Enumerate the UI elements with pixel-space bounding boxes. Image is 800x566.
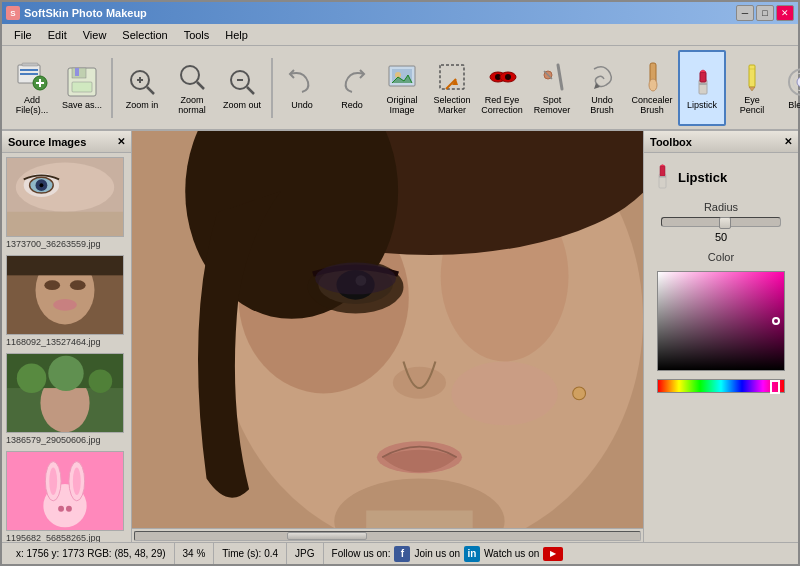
join-text: Join us on (414, 548, 460, 559)
tool-zoom-normal[interactable]: Zoom normal (168, 50, 216, 126)
tool-selection-marker[interactable]: Selection Marker (428, 50, 476, 126)
youtube-icon[interactable]: ▶ (543, 547, 563, 561)
svg-point-52 (39, 183, 43, 187)
scrollbar-track[interactable] (134, 531, 641, 541)
menu-bar: File Edit View Selection Tools Help (2, 24, 798, 46)
svg-point-59 (53, 299, 77, 311)
app-icon: S (6, 6, 20, 20)
svg-point-66 (89, 369, 113, 393)
coords-display: x: 1756 y: 1773 RGB: (85, 48, 29) (16, 548, 166, 559)
menu-selection[interactable]: Selection (114, 27, 175, 43)
facebook-icon[interactable]: f (394, 546, 410, 562)
list-item[interactable]: 1168092_13527464.jpg (6, 255, 127, 347)
horizontal-scrollbar[interactable] (132, 528, 643, 542)
thumbnail-2 (6, 255, 124, 335)
minimize-button[interactable]: ─ (736, 5, 754, 21)
color-picker-cursor[interactable] (772, 317, 780, 325)
add-files-icon (16, 61, 48, 93)
list-item[interactable]: 1195682_56858265.jpg (6, 451, 127, 542)
tool-red-eye[interactable]: Red Eye Correction (478, 50, 526, 126)
svg-point-71 (49, 467, 57, 495)
svg-line-16 (197, 82, 204, 89)
thumbnail-2-label: 1168092_13527464.jpg (6, 337, 127, 347)
tool-original-image[interactable]: Original Image (378, 50, 426, 126)
lipstick-icon (686, 66, 718, 98)
eye-pencil-icon (736, 61, 768, 93)
svg-point-91 (451, 361, 557, 425)
tool-bleach[interactable]: Bleach (778, 50, 800, 126)
svg-rect-9 (75, 68, 79, 76)
svg-rect-2 (20, 69, 38, 71)
radius-slider[interactable] (661, 217, 781, 227)
svg-point-74 (66, 506, 72, 512)
center-area (132, 131, 643, 542)
list-item[interactable]: 1386579_29050606.jpg (6, 353, 127, 445)
radius-label: Radius (704, 201, 738, 213)
tool-zoom-in[interactable]: Zoom in (118, 50, 166, 126)
source-images-close[interactable]: ✕ (117, 136, 125, 147)
tool-undo-brush[interactable]: Undo Brush (578, 50, 626, 126)
menu-file[interactable]: File (6, 27, 40, 43)
color-picker[interactable] (657, 271, 785, 371)
zoom-section: 34 % (175, 543, 215, 564)
close-button[interactable]: ✕ (776, 5, 794, 21)
svg-point-57 (44, 280, 60, 290)
tool-spot-remover[interactable]: Spot Remover (528, 50, 576, 126)
tool-zoom-out[interactable]: Zoom out (218, 50, 266, 126)
time-display: Time (s): 0.4 (222, 548, 278, 559)
radius-slider-thumb[interactable] (719, 217, 731, 229)
toolbar-separator-1 (111, 58, 113, 118)
spot-remover-icon (536, 61, 568, 93)
thumbnail-1 (6, 157, 124, 237)
menu-help[interactable]: Help (217, 27, 256, 43)
tool-lipstick[interactable]: Lipstick (678, 50, 726, 126)
tool-eye-pencil[interactable]: Eye Pencil (728, 50, 776, 126)
title-bar: S SoftSkin Photo Makeup ─ □ ✕ (2, 2, 798, 24)
concealer-brush-label: Concealer Brush (631, 95, 673, 115)
title-bar-left: S SoftSkin Photo Makeup (6, 6, 147, 20)
zoom-display: 34 % (183, 548, 206, 559)
linkedin-icon[interactable]: in (464, 546, 480, 562)
tool-undo[interactable]: Undo (278, 50, 326, 126)
toolbox-close[interactable]: ✕ (784, 136, 792, 147)
menu-view[interactable]: View (75, 27, 115, 43)
undo-brush-icon (586, 61, 618, 93)
undo-icon (286, 66, 318, 98)
radius-value: 50 (715, 231, 727, 243)
image-canvas[interactable] (132, 131, 643, 528)
bleach-icon (786, 66, 800, 98)
tool-save-as[interactable]: Save as... (58, 50, 106, 126)
tool-redo[interactable]: Redo (328, 50, 376, 126)
add-files-label: Add File(s)... (11, 95, 53, 115)
red-eye-label: Red Eye Correction (481, 95, 523, 115)
svg-rect-37 (699, 83, 707, 85)
save-as-label: Save as... (62, 100, 102, 110)
redo-icon (336, 66, 368, 98)
original-image-label: Original Image (381, 95, 423, 115)
scrollbar-thumb[interactable] (287, 532, 367, 540)
svg-point-29 (505, 74, 511, 80)
format-section: JPG (287, 543, 323, 564)
svg-point-65 (48, 356, 83, 391)
selection-marker-icon (436, 61, 468, 93)
lipstick-label: Lipstick (687, 100, 717, 110)
hue-bar[interactable] (657, 379, 785, 393)
list-item[interactable]: 1373700_36263559.jpg (6, 157, 127, 249)
tool-add-files[interactable]: Add File(s)... (8, 50, 56, 126)
color-gradient[interactable] (658, 272, 784, 370)
main-area: Source Images ✕ (2, 131, 798, 542)
window-title: SoftSkin Photo Makeup (24, 7, 147, 19)
social-section: Follow us on: f Join us on in Watch us o… (324, 543, 572, 564)
follow-text: Follow us on: (332, 548, 391, 559)
svg-point-73 (58, 506, 64, 512)
svg-point-64 (17, 364, 46, 393)
menu-tools[interactable]: Tools (176, 27, 218, 43)
hue-thumb[interactable] (770, 380, 780, 394)
maximize-button[interactable]: □ (756, 5, 774, 21)
left-panel: Source Images ✕ (2, 131, 132, 542)
svg-rect-3 (20, 73, 38, 75)
zoom-normal-label: Zoom normal (171, 95, 213, 115)
tool-concealer-brush[interactable]: Concealer Brush (628, 50, 676, 126)
main-image (132, 131, 643, 528)
menu-edit[interactable]: Edit (40, 27, 75, 43)
